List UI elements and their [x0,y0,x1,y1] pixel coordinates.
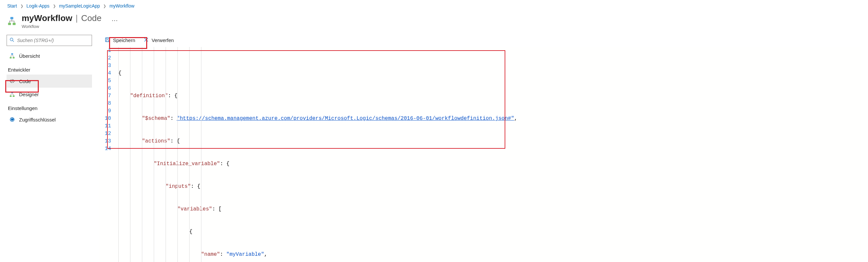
page-subtitle: Workflow [22,24,119,29]
workflow-icon [7,17,17,26]
svg-rect-6 [10,57,12,59]
nav-overview[interactable]: Übersicht [7,49,92,62]
sync-icon [9,117,15,123]
svg-line-4 [12,40,14,42]
search-icon [9,37,17,43]
page-title: myWorkflow [22,13,72,23]
svg-rect-9 [10,95,12,97]
save-button[interactable]: Speichern [104,37,135,44]
page-header: myWorkflow | Code … Workflow [7,12,861,30]
designer-icon [9,91,15,97]
breadcrumb-item[interactable]: myWorkflow [110,3,134,8]
title-separator: | [73,13,80,23]
save-label: Speichern [113,37,135,43]
svg-rect-2 [13,23,16,25]
breadcrumb-item[interactable]: mySampleLogicApp [59,3,100,8]
chevron-right-icon: ❯ [103,4,106,8]
nav-code[interactable]: Code [7,74,92,88]
svg-rect-7 [13,57,15,59]
save-icon [104,37,111,44]
search-input[interactable] [17,38,89,43]
nav-label: Code [19,78,31,84]
workflow-icon [9,53,15,59]
close-icon [143,37,149,44]
discard-label: Verwerfen [152,37,174,43]
breadcrumb-item[interactable]: Logik-Apps [27,3,50,8]
svg-rect-10 [13,95,15,97]
svg-point-3 [10,38,13,41]
nav-designer[interactable]: Designer [7,88,92,101]
breadcrumb: Start ❯ Logik-Apps ❯ mySampleLogicApp ❯ … [7,3,861,12]
more-button[interactable]: … [112,15,119,23]
nav-section-settings: Einstellungen [7,101,92,113]
code-icon [9,78,15,84]
page-section: Code [81,13,101,23]
code-editor[interactable]: 1234567891011121314 { [99,47,861,262]
line-gutter: 1234567891011121314 [104,47,118,262]
chevron-right-icon: ❯ [53,4,56,8]
discard-button[interactable]: Verwerfen [143,37,174,44]
nav-label: Designer [19,92,39,97]
svg-rect-13 [106,40,109,42]
toolbar: Speichern Verwerfen [99,35,861,47]
svg-rect-5 [11,53,13,55]
nav-section-developer: Entwickler [7,62,92,74]
svg-rect-0 [10,17,13,20]
chevron-right-icon: ❯ [20,4,23,8]
nav-access-keys[interactable]: Zugriffsschlüssel [7,113,92,126]
breadcrumb-item[interactable]: Start [7,3,17,8]
code-content[interactable]: { "definition": { "$schema": "https://sc… [118,47,518,262]
svg-rect-8 [11,92,13,93]
nav-label: Zugriffsschlüssel [19,117,56,123]
nav-label: Übersicht [19,53,40,59]
search-box[interactable] [7,35,92,46]
svg-rect-1 [8,23,11,25]
